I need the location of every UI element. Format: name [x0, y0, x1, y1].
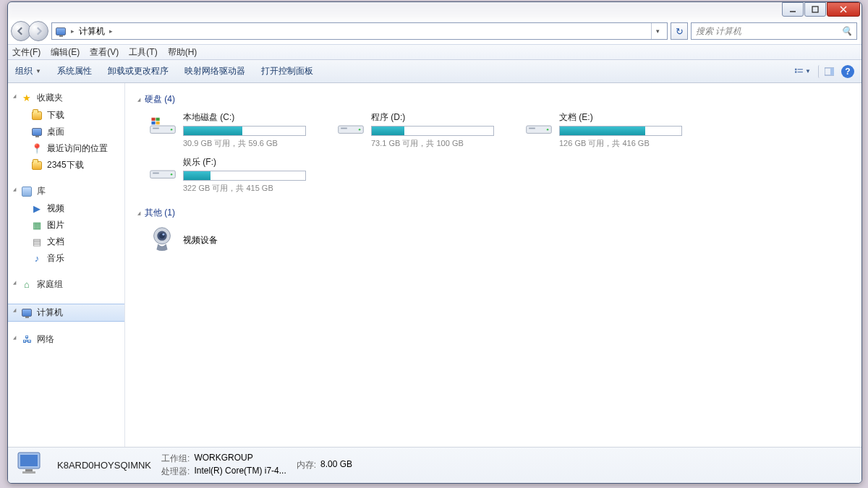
sidebar-item-pictures[interactable]: ▦图片 [8, 217, 124, 234]
group-header-other[interactable]: 其他 (1) [137, 207, 850, 219]
sidebar-item-2345[interactable]: 2345下载 [8, 157, 124, 174]
drive-item[interactable]: 本地磁盘 (C:) 30.9 GB 可用，共 59.6 GB [148, 111, 322, 149]
drive-usage-bar [371, 126, 494, 136]
search-input[interactable]: 搜索 计算机 🔍 [691, 22, 857, 40]
status-mem-label: 内存: [297, 459, 316, 471]
svg-rect-32 [25, 469, 33, 471]
title-bar [8, 2, 861, 20]
svg-rect-7 [798, 72, 803, 72]
svg-rect-31 [20, 455, 38, 466]
status-computer-name: K8ARD0HOYSQIMNK [57, 460, 151, 471]
star-icon: ★ [21, 93, 33, 104]
drive-usage-bar [559, 126, 682, 136]
details-pane: K8ARD0HOYSQIMNK 工作组:WORKGROUP 处理器:Intel(… [8, 447, 861, 483]
address-bar[interactable]: ▸ 计算机 ▸ ▾ [51, 22, 668, 40]
view-mode-button[interactable]: ▼ [795, 65, 811, 78]
system-properties-button[interactable]: 系统属性 [57, 65, 92, 77]
svg-rect-10 [151, 118, 155, 121]
menu-tools[interactable]: 工具(T) [129, 46, 157, 59]
svg-rect-5 [798, 69, 803, 69]
folder-icon [31, 160, 43, 171]
drive-free-text: 322 GB 可用，共 415 GB [183, 183, 322, 194]
status-cpu-label: 处理器: [161, 466, 190, 478]
menu-file[interactable]: 文件(F) [12, 46, 41, 59]
sidebar-item-music[interactable]: ♪音乐 [8, 250, 124, 267]
homegroup-icon: ⌂ [21, 279, 33, 291]
forward-button[interactable] [28, 21, 48, 41]
chevron-right-icon: ▸ [71, 27, 75, 35]
sidebar-item-downloads[interactable]: 下载 [8, 107, 124, 124]
sidebar-network[interactable]: 🖧网络 [8, 332, 124, 348]
minimize-button[interactable] [782, 2, 804, 17]
sidebar-item-documents[interactable]: ▤文档 [8, 234, 124, 250]
desktop-icon [31, 127, 43, 138]
uninstall-button[interactable]: 卸载或更改程序 [108, 65, 169, 77]
svg-rect-4 [795, 68, 796, 69]
close-button[interactable] [827, 2, 860, 17]
menu-edit[interactable]: 编辑(E) [51, 46, 80, 59]
network-icon: 🖧 [21, 334, 33, 346]
svg-rect-12 [151, 121, 155, 124]
chevron-right-icon: ▸ [109, 27, 113, 35]
search-placeholder: 搜索 计算机 [696, 25, 741, 38]
drive-usage-bar [183, 126, 306, 136]
drive-free-text: 30.9 GB 可用，共 59.6 GB [183, 138, 322, 149]
sidebar-favorites[interactable]: ★收藏夹 [8, 90, 124, 107]
hdd-icon [524, 111, 553, 140]
menu-view[interactable]: 查看(V) [90, 46, 119, 59]
address-dropdown[interactable]: ▾ [651, 23, 664, 39]
map-drive-button[interactable]: 映射网络驱动器 [184, 65, 245, 77]
command-bar: 组织 ▼ 系统属性 卸载或更改程序 映射网络驱动器 打开控制面板 ▼ ? [8, 60, 861, 83]
breadcrumb-computer[interactable]: 计算机 [79, 25, 105, 38]
organize-button[interactable]: 组织 ▼ [15, 65, 41, 77]
hdd-icon [148, 156, 177, 185]
explorer-window: ▸ 计算机 ▸ ▾ ↻ 搜索 计算机 🔍 文件(F) 编辑(E) 查看(V) 工… [7, 1, 862, 484]
help-button[interactable]: ? [841, 65, 854, 78]
menu-help[interactable]: 帮助(H) [168, 46, 197, 59]
svg-point-19 [359, 129, 361, 131]
sidebar-homegroup[interactable]: ⌂家庭组 [8, 277, 124, 294]
hdd-icon [148, 111, 177, 140]
computer-large-icon [15, 450, 47, 481]
drive-usage-bar [183, 171, 306, 181]
other-device[interactable]: 视频设备 [148, 225, 322, 255]
content-area: 硬盘 (4) 本地磁盘 (C:) 30.9 GB 可用，共 59.6 GB 程序… [125, 83, 861, 447]
folder-icon [31, 110, 43, 121]
svg-rect-6 [795, 71, 796, 72]
sidebar-computer[interactable]: 计算机 [8, 304, 124, 322]
drive-name: 程序 (D:) [371, 111, 510, 124]
drive-free-text: 126 GB 可用，共 416 GB [559, 138, 698, 149]
music-icon: ♪ [31, 253, 43, 265]
drive-item[interactable]: 程序 (D:) 73.1 GB 可用，共 100 GB [336, 111, 510, 149]
svg-rect-9 [830, 67, 834, 74]
svg-rect-21 [529, 128, 535, 129]
recent-icon: 📍 [31, 143, 43, 155]
sidebar-item-desktop[interactable]: 桌面 [8, 124, 124, 140]
hdd-icon [336, 111, 365, 140]
menu-bar: 文件(F) 编辑(E) 查看(V) 工具(T) 帮助(H) [8, 44, 861, 60]
doc-icon: ▤ [31, 236, 43, 248]
maximize-button[interactable] [804, 2, 826, 17]
search-icon: 🔍 [841, 26, 852, 36]
refresh-button[interactable]: ↻ [671, 22, 688, 40]
preview-pane-button[interactable] [818, 65, 834, 78]
svg-point-22 [547, 129, 549, 131]
svg-rect-18 [341, 128, 347, 129]
sidebar-libraries[interactable]: 库 [8, 184, 124, 200]
svg-rect-13 [156, 121, 160, 124]
drive-item[interactable]: 娱乐 (F:) 322 GB 可用，共 415 GB [148, 156, 322, 194]
group-header-drives[interactable]: 硬盘 (4) [137, 93, 850, 106]
sidebar-item-videos[interactable]: ▶视频 [8, 200, 124, 217]
svg-rect-33 [22, 471, 35, 474]
svg-point-16 [171, 129, 173, 131]
status-workgroup-label: 工作组: [161, 453, 190, 465]
picture-icon: ▦ [31, 220, 43, 231]
address-bar-row: ▸ 计算机 ▸ ▾ ↻ 搜索 计算机 🔍 [8, 20, 861, 44]
webcam-icon [148, 225, 176, 255]
control-panel-button[interactable]: 打开控制面板 [261, 65, 313, 77]
drive-item[interactable]: 文档 (E:) 126 GB 可用，共 416 GB [524, 111, 698, 149]
svg-rect-15 [153, 128, 159, 129]
status-workgroup-value: WORKGROUP [194, 453, 252, 465]
sidebar-item-recent[interactable]: 📍最近访问的位置 [8, 140, 124, 157]
status-cpu-value: Intel(R) Core(TM) i7-4... [194, 466, 286, 478]
